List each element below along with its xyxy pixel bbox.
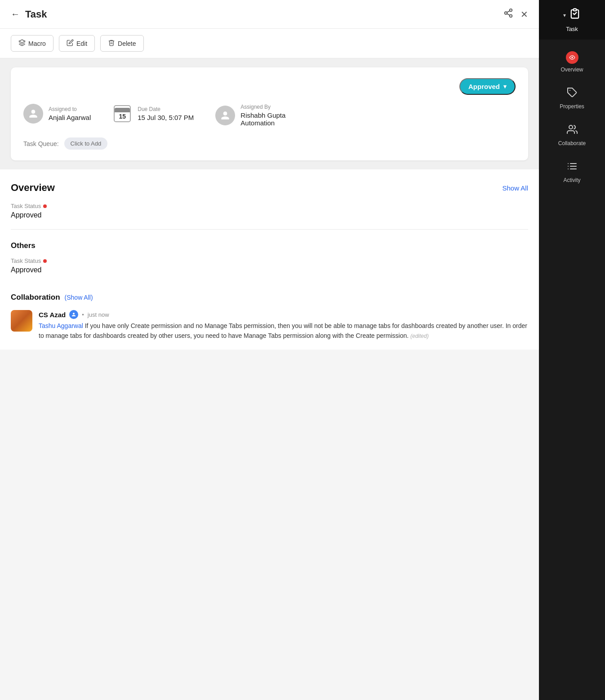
collaborate-icon [567, 124, 578, 137]
back-icon: ← [11, 9, 20, 19]
svg-point-5 [571, 57, 573, 58]
comment-row: CS Azad • just now Tashu Aggarwal If you… [11, 310, 528, 341]
comment-bullet: • [82, 311, 84, 318]
comment-text: Tashu Aggarwal If you have only Create p… [39, 321, 528, 341]
assigned-by-name: Rishabh Gupta Automation [240, 111, 285, 127]
overview-icon [566, 51, 578, 64]
due-date-value: 15 Jul 30, 5:07 PM [138, 114, 194, 121]
macro-icon [18, 39, 26, 48]
svg-point-7 [569, 125, 573, 129]
sidebar-task-icon [569, 7, 581, 23]
page-title: Task [25, 9, 47, 20]
collab-header: Collaboration (Show All) [11, 293, 528, 302]
toolbar: Macro Edit Delete [0, 29, 539, 58]
back-button[interactable]: ← [11, 9, 20, 19]
share-icon [503, 10, 513, 20]
sidebar-task-label: Task [566, 26, 578, 32]
chevron-down-icon: ▾ [503, 83, 507, 90]
share-button[interactable] [503, 8, 513, 20]
task-status-field: Task Status Approved [11, 203, 528, 219]
activity-icon [567, 161, 578, 174]
sidebar-properties-label: Properties [560, 103, 584, 110]
properties-icon [567, 87, 578, 101]
delete-label: Delete [118, 40, 136, 47]
status-badge-button[interactable]: Approved ▾ [459, 78, 516, 95]
collaboration-title: Collaboration [11, 293, 60, 302]
edited-tag: (edited) [410, 333, 429, 339]
overview-section: Overview Show All Task Status Approved O… [0, 169, 539, 284]
show-all-link[interactable]: Show All [502, 184, 528, 192]
macro-label: Macro [28, 40, 46, 47]
commenter-badge-icon [69, 310, 78, 319]
sidebar-item-collaborate[interactable]: Collaborate [539, 116, 605, 153]
svg-line-4 [507, 11, 510, 13]
calendar-day: 15 [119, 113, 126, 120]
click-to-add-button[interactable]: Click to Add [64, 137, 108, 150]
others-block: Others Task Status Approved [11, 230, 528, 274]
comment-body-text: If you have only Create permission and n… [39, 322, 527, 339]
status-label: Approved [468, 83, 500, 90]
delete-icon [108, 39, 115, 48]
task-card-wrapper: Approved ▾ Assigned to Anjali Agarwal [0, 58, 539, 169]
macro-button[interactable]: Macro [11, 35, 53, 52]
assigned-by-label: Assigned By [240, 104, 285, 110]
sidebar-dropdown-icon: ▾ [563, 12, 566, 18]
due-date-icon: 15 [112, 104, 132, 124]
others-task-status-value: Approved [11, 266, 528, 274]
task-queue-label: Task Queue: [23, 140, 59, 147]
assigned-to-info: Assigned to Anjali Agarwal [49, 106, 91, 121]
commenter-name: CS Azad [39, 311, 66, 319]
others-task-status-field: Task Status Approved [11, 257, 528, 274]
assigned-by-info: Assigned By Rishabh Gupta Automation [240, 104, 285, 127]
assigned-by-avatar [215, 106, 235, 125]
assigned-to-avatar [23, 104, 43, 124]
others-title: Others [11, 241, 528, 250]
due-date-item: 15 Due Date 15 Jul 30, 5:07 PM [112, 104, 194, 124]
sidebar-overview-label: Overview [561, 66, 583, 73]
task-card: Approved ▾ Assigned to Anjali Agarwal [11, 67, 528, 160]
header-actions: ✕ [503, 8, 528, 20]
svg-line-3 [507, 13, 510, 15]
overview-title: Overview [11, 182, 55, 194]
close-icon: ✕ [520, 9, 528, 19]
comment-meta: CS Azad • just now [39, 310, 528, 319]
comment-body: CS Azad • just now Tashu Aggarwal If you… [39, 310, 528, 341]
task-queue-row: Task Queue: Click to Add [23, 137, 516, 150]
avatar-image [11, 310, 32, 332]
task-card-top: Approved ▾ [23, 78, 516, 95]
commenter-avatar [11, 310, 32, 332]
collaboration-section: Collaboration (Show All) CS Azad • just … [0, 284, 539, 350]
assigned-to-value: Anjali Agarwal [49, 114, 91, 121]
sidebar-task-header-top: ▾ [563, 7, 581, 23]
comment-time: just now [88, 311, 109, 318]
others-status-dot [43, 259, 47, 263]
task-status-label: Task Status [11, 203, 528, 209]
close-button[interactable]: ✕ [520, 9, 528, 20]
edit-label: Edit [76, 40, 87, 47]
task-status-value: Approved [11, 211, 528, 219]
header: ← Task ✕ [0, 0, 539, 29]
right-sidebar: ▾ Task Overview Properties [539, 0, 605, 700]
mention-link[interactable]: Tashu Aggarwal [39, 322, 83, 329]
edit-button[interactable]: Edit [59, 35, 95, 52]
sidebar-collaborate-label: Collaborate [558, 140, 586, 146]
sidebar-item-overview[interactable]: Overview [539, 43, 605, 79]
due-date-label: Due Date [138, 106, 194, 112]
edit-icon [67, 39, 74, 48]
sidebar-item-activity[interactable]: Activity [539, 153, 605, 190]
task-meta: Assigned to Anjali Agarwal 15 Due Date [23, 104, 516, 127]
others-task-status-label: Task Status [11, 257, 528, 264]
assigned-by-item: Assigned By Rishabh Gupta Automation [215, 104, 285, 127]
header-left: ← Task [11, 9, 47, 20]
status-dot [43, 204, 47, 208]
sidebar-task-header: ▾ Task [539, 0, 605, 40]
collab-show-all-link[interactable]: (Show All) [65, 294, 93, 301]
sidebar-item-properties[interactable]: Properties [539, 79, 605, 116]
assigned-to-label: Assigned to [49, 106, 91, 112]
assigned-to-item: Assigned to Anjali Agarwal [23, 104, 91, 124]
delete-button[interactable]: Delete [100, 35, 143, 52]
due-date-info: Due Date 15 Jul 30, 5:07 PM [138, 106, 194, 121]
overview-section-header: Overview Show All [11, 182, 528, 194]
sidebar-activity-label: Activity [563, 177, 580, 183]
